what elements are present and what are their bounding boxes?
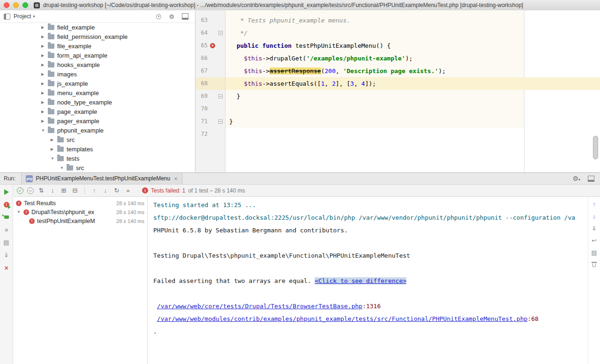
chevron-down-icon[interactable]: ▾ bbox=[33, 14, 35, 19]
project-item-src[interactable]: ▶src bbox=[0, 135, 195, 144]
project-item-field_example[interactable]: ▶field_example bbox=[0, 22, 195, 32]
tests-failed-icon: ! bbox=[142, 187, 148, 193]
hide-panel-icon[interactable] bbox=[588, 176, 594, 182]
previous-failed-test-icon[interactable]: ↑ bbox=[90, 187, 98, 194]
code-line[interactable] bbox=[225, 128, 600, 141]
tree-chevron-icon[interactable]: ▼ bbox=[60, 166, 67, 170]
gutter-row: 67 bbox=[195, 65, 225, 77]
down-the-stack-trace-icon[interactable]: ↓ bbox=[591, 213, 598, 220]
sort-alphabetically-icon[interactable]: ↕ bbox=[49, 187, 56, 194]
fold-icon[interactable] bbox=[218, 94, 223, 98]
code-line[interactable]: $this->assertEquals([1, 2], [3, 4]); bbox=[225, 77, 600, 90]
console-link[interactable]: <Click to see difference> bbox=[315, 277, 406, 284]
tree-chevron-icon[interactable]: ▶ bbox=[41, 35, 48, 39]
export-test-results-icon[interactable]: ⇓ bbox=[3, 252, 10, 259]
run-panel-left-toolbar: ! ■ ▤ ⇓ × bbox=[0, 185, 13, 364]
test-tree-item[interactable]: ▼!Drupal\Tests\phpunit_ex28 s 140 ms bbox=[13, 208, 147, 216]
console-link[interactable]: /var/www/web/modules/contrib/examples/ph… bbox=[157, 315, 528, 322]
clear-console-icon[interactable] bbox=[591, 261, 598, 268]
rerun-tests-icon[interactable] bbox=[3, 188, 10, 195]
rerun-failed-tests-icon[interactable]: ! bbox=[3, 201, 10, 208]
tree-chevron-icon[interactable]: ▼ bbox=[41, 128, 48, 133]
fold-icon[interactable] bbox=[218, 31, 223, 35]
code-line[interactable]: } bbox=[225, 115, 600, 128]
project-item-file_example[interactable]: ▶file_example bbox=[0, 41, 195, 51]
hide-panel-icon[interactable] bbox=[182, 13, 188, 20]
layout-settings-icon[interactable]: ▤ bbox=[3, 239, 10, 246]
tree-chevron-icon[interactable]: ▼ bbox=[17, 210, 23, 214]
scroll-to-end-icon[interactable]: ⇓ bbox=[591, 225, 598, 232]
tree-chevron-icon[interactable]: ▶ bbox=[41, 82, 48, 86]
close-tab-icon[interactable]: × bbox=[174, 175, 178, 182]
test-tree-item[interactable]: !testPhpUnitExampleM28 s 140 ms bbox=[13, 216, 147, 225]
test-tree-item[interactable]: !Test Results28 s 140 ms bbox=[13, 199, 147, 208]
project-item-src[interactable]: ▼src bbox=[0, 163, 195, 172]
console-link[interactable]: /var/www/web/core/tests/Drupal/Tests/Bro… bbox=[157, 303, 362, 310]
project-item-hooks_example[interactable]: ▶hooks_example bbox=[0, 60, 195, 69]
console-line bbox=[153, 262, 588, 275]
test-history-icon[interactable]: ↻ bbox=[113, 187, 120, 194]
code-line[interactable]: public function testPhpUnitExampleMenu()… bbox=[225, 39, 600, 52]
project-tool-window-icon[interactable] bbox=[4, 14, 10, 20]
code-line[interactable]: */ bbox=[225, 27, 600, 39]
project-item-menu_example[interactable]: ▶menu_example bbox=[0, 88, 195, 97]
toggle-auto-test-icon[interactable] bbox=[3, 214, 10, 221]
project-item-page_example[interactable]: ▶page_example bbox=[0, 107, 195, 116]
project-item-tests[interactable]: ▼tests bbox=[0, 154, 195, 163]
close-panel-icon[interactable]: × bbox=[3, 264, 10, 271]
code-line[interactable]: * Tests phpunit_example menus. bbox=[225, 14, 600, 27]
editor[interactable]: 63646566676869707172 * Tests phpunit_exa… bbox=[195, 10, 600, 172]
tree-chevron-icon[interactable]: ▶ bbox=[41, 100, 48, 104]
locate-file-icon[interactable] bbox=[156, 14, 161, 19]
tree-chevron-icon[interactable]: ▶ bbox=[41, 63, 48, 67]
sort-by-duration-icon[interactable]: ⇅ bbox=[38, 187, 45, 194]
tree-chevron-icon[interactable]: ▶ bbox=[41, 119, 48, 123]
gutter-row: 65 bbox=[195, 39, 225, 52]
tree-chevron-icon[interactable]: ▶ bbox=[41, 53, 48, 58]
next-failed-test-icon[interactable]: ↓ bbox=[102, 187, 109, 194]
code-line[interactable]: $this->drupalGet('/examples/phpunit-exam… bbox=[225, 52, 600, 65]
tree-chevron-icon[interactable]: ▶ bbox=[41, 72, 48, 76]
test-console[interactable]: Testing started at 13:25 ...sftp://docke… bbox=[148, 197, 588, 364]
minimize-window-button[interactable] bbox=[13, 2, 19, 8]
editor-code-area[interactable]: * Tests phpunit_example menus. */ public… bbox=[225, 10, 600, 172]
code-line[interactable] bbox=[225, 103, 600, 115]
test-name: Drupal\Tests\phpunit_ex bbox=[31, 209, 94, 215]
close-window-button[interactable] bbox=[4, 2, 9, 8]
project-item-templates[interactable]: ▶templates bbox=[0, 144, 195, 154]
collapse-all-icon[interactable]: ⊟ bbox=[71, 187, 79, 194]
expand-all-icon[interactable]: ⊞ bbox=[60, 187, 68, 194]
soft-wrap-icon[interactable]: ↩ bbox=[591, 237, 598, 244]
project-item-form_api_example[interactable]: ▶form_api_example bbox=[0, 51, 195, 60]
code-line[interactable]: } bbox=[225, 90, 600, 103]
failed-test-gutter-icon[interactable] bbox=[210, 43, 215, 48]
code-line[interactable]: $this->assertResponse(200, 'Description … bbox=[225, 65, 600, 77]
tree-chevron-icon[interactable]: ▶ bbox=[41, 110, 48, 114]
fold-icon[interactable] bbox=[218, 119, 223, 124]
project-item-node_type_example[interactable]: ▶node_type_example bbox=[0, 97, 195, 107]
run-tab[interactable]: php PHPUnitExampleMenuTest.testPhpUnitEx… bbox=[21, 173, 182, 184]
project-item-js_example[interactable]: ▶js_example bbox=[0, 79, 195, 88]
php-file-icon: php bbox=[26, 175, 33, 182]
project-item-pager_example[interactable]: ▶pager_example bbox=[0, 116, 195, 126]
project-header-title[interactable]: Project bbox=[14, 13, 31, 20]
tree-chevron-icon[interactable]: ▶ bbox=[41, 44, 48, 48]
stop-icon[interactable]: ■ bbox=[3, 226, 10, 233]
tree-chevron-icon[interactable]: ▶ bbox=[41, 25, 48, 30]
project-item-phpunit_example[interactable]: ▼phpunit_example bbox=[0, 126, 195, 135]
tree-chevron-icon[interactable]: ▶ bbox=[41, 91, 48, 95]
project-item-images[interactable]: ▶images bbox=[0, 69, 195, 79]
tree-chevron-icon[interactable]: ▶ bbox=[51, 138, 57, 142]
show-passed-icon[interactable]: ✓ bbox=[17, 187, 23, 194]
tree-chevron-icon[interactable]: ▼ bbox=[51, 156, 57, 161]
print-icon[interactable]: ▤ bbox=[591, 249, 598, 256]
settings-gear-icon[interactable]: ⚙ bbox=[169, 14, 174, 20]
settings-gear-icon[interactable]: ⚙▾ bbox=[572, 175, 580, 182]
more-actions-icon[interactable]: » bbox=[124, 187, 132, 194]
show-ignored-icon[interactable]: – bbox=[27, 187, 34, 194]
tree-chevron-icon[interactable]: ▶ bbox=[51, 147, 57, 151]
editor-scrollbar-thumb[interactable] bbox=[593, 136, 598, 159]
zoom-window-button[interactable] bbox=[22, 2, 28, 8]
up-the-stack-trace-icon[interactable]: ↑ bbox=[591, 201, 598, 208]
project-item-field_permission_example[interactable]: ▶field_permission_example bbox=[0, 32, 195, 41]
